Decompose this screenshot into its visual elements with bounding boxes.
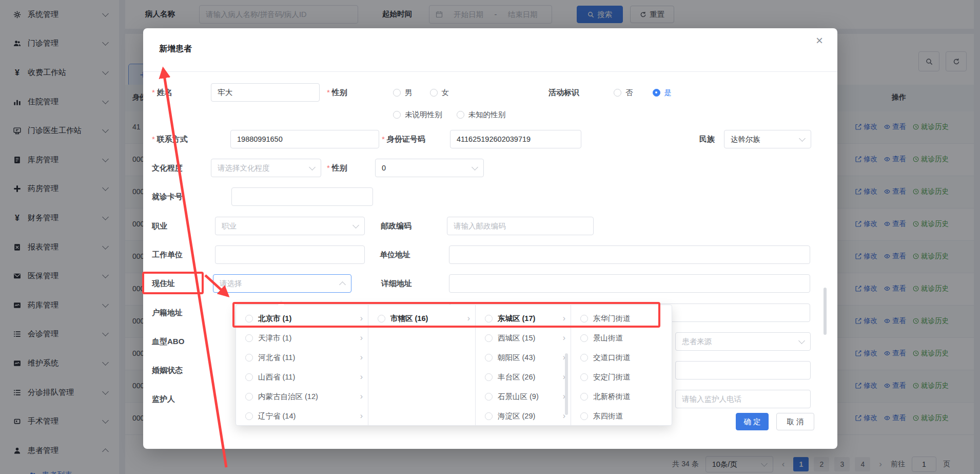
radio-gender-female[interactable]: 女 — [430, 88, 449, 98]
cascader-option[interactable]: 东城区 (17) › — [476, 309, 571, 328]
detail-address-label: 详细地址 — [381, 279, 412, 289]
cascader-option[interactable]: 东华门街道 — [571, 309, 672, 328]
cascader-option[interactable]: 辽宁省 (14) › — [236, 406, 368, 426]
radio-circle-icon — [614, 89, 621, 97]
patient-source-select[interactable]: 患者来源 — [675, 332, 811, 351]
scrollbar-thumb[interactable] — [565, 353, 568, 415]
modal-divider — [143, 71, 837, 72]
guardian-label: 监护人 — [152, 394, 175, 404]
ethnicity-label: 民族 — [699, 135, 715, 144]
chevron-right-icon: › — [360, 353, 363, 362]
radio-circle-icon — [457, 111, 464, 119]
radio-active-yes[interactable]: 是 — [653, 88, 672, 98]
modal-scrollbar-thumb[interactable] — [824, 288, 827, 335]
cascader-option[interactable]: 东四街道 — [571, 406, 672, 426]
cascader-province-column: 北京市 (1) › 天津市 (1) › 河北省 (11) › — [236, 305, 368, 425]
radio-active-no[interactable]: 否 — [614, 88, 633, 98]
marital-status-label: 婚姻状态 — [152, 366, 183, 375]
radio-circle-icon — [580, 373, 588, 381]
employer-input[interactable] — [215, 245, 365, 264]
current-address-cascader[interactable]: 请选择 — [213, 274, 351, 293]
cascader-option[interactable]: 内蒙古自治区 (12) › — [236, 387, 368, 406]
radio-circle-icon — [245, 354, 253, 362]
visit-card-input[interactable] — [231, 187, 373, 206]
employer-label: 工作单位 — [152, 250, 183, 260]
cascader-option[interactable]: 石景山区 (9) › — [476, 387, 571, 406]
chevron-right-icon: › — [360, 333, 363, 343]
radio-gender-male[interactable]: 男 — [393, 88, 413, 98]
id-number-label: 身份证号码 — [382, 135, 425, 144]
cascader-option[interactable]: 河北省 (11) › — [236, 348, 368, 367]
name-label: 姓名 — [152, 88, 172, 98]
chevron-down-icon — [352, 222, 359, 229]
radio-gender-unstated[interactable]: 未说明性别 — [393, 110, 442, 120]
cascader-option[interactable]: 北新桥街道 — [571, 387, 672, 406]
radio-circle-icon — [580, 315, 588, 323]
chevron-right-icon: › — [563, 314, 565, 323]
chevron-right-icon: › — [563, 333, 565, 343]
cascader-option[interactable]: 交道口街道 — [571, 348, 672, 367]
chevron-right-icon: › — [360, 392, 363, 401]
cascader-option[interactable]: 安定门街道 — [571, 367, 672, 387]
cascader-option[interactable]: 天津市 (1) › — [236, 328, 368, 348]
occupation-label: 职业 — [152, 221, 167, 231]
guardian-phone-input[interactable]: 请输入监护人电话 — [675, 390, 811, 408]
gender-code-label: 性别 — [327, 163, 347, 173]
cascader-option[interactable]: 西城区 (15) › — [476, 328, 571, 348]
ethnicity-select[interactable]: 达斡尔族 — [724, 130, 811, 148]
radio-circle-icon — [430, 89, 438, 97]
radio-circle-icon — [245, 412, 253, 420]
contact-input[interactable] — [230, 130, 379, 148]
radio-circle-icon — [485, 315, 493, 323]
cascader-street-column: 东华门街道 景山街道 交道口街道 安定门街道 — [571, 305, 672, 425]
active-flag-label: 活动标识 — [548, 88, 579, 98]
cascader-district-column: 东城区 (17) › 西城区 (15) › 朝阳区 (43) › — [476, 305, 571, 425]
radio-circle-icon — [378, 315, 385, 323]
address-cascader-panel: 北京市 (1) › 天津市 (1) › 河北省 (11) › — [236, 305, 672, 426]
radio-circle-icon — [393, 89, 401, 97]
radio-circle-icon — [485, 334, 493, 342]
radio-circle-icon — [580, 354, 588, 362]
modal-title: 新增患者 — [159, 44, 192, 54]
radio-circle-icon — [580, 412, 588, 420]
chevron-right-icon: › — [360, 411, 363, 421]
radio-circle-icon — [245, 393, 253, 401]
id-number-input[interactable] — [450, 130, 581, 148]
close-icon[interactable]: × — [816, 34, 823, 47]
radio-gender-unknown[interactable]: 未知的性别 — [457, 110, 506, 120]
chevron-down-icon — [309, 164, 316, 170]
chevron-right-icon: › — [360, 372, 363, 382]
postal-code-input[interactable]: 请输入邮政编码 — [447, 217, 594, 235]
cancel-button[interactable]: 取 消 — [776, 413, 814, 430]
name-input[interactable] — [211, 83, 320, 102]
radio-circle-icon — [245, 373, 253, 381]
cascader-option[interactable]: 朝阳区 (43) › — [476, 348, 571, 367]
radio-circle-icon — [485, 354, 493, 362]
chevron-down-icon — [472, 164, 478, 170]
employer-address-input[interactable] — [449, 245, 810, 264]
radio-circle-icon — [485, 393, 493, 401]
radio-circle-icon — [393, 111, 401, 119]
cascader-option[interactable]: 景山街道 — [571, 328, 672, 348]
gender-code-select[interactable]: 0 — [375, 159, 484, 177]
cascader-option[interactable]: 丰台区 (26) › — [476, 367, 571, 387]
chevron-down-icon — [799, 135, 806, 142]
chevron-right-icon: › — [360, 314, 363, 323]
cascader-option[interactable]: 市辖区 (16) › — [368, 309, 475, 328]
radio-circle-icon — [580, 334, 588, 342]
education-select[interactable]: 请选择文化程度 — [211, 159, 321, 177]
cascader-option[interactable]: 海淀区 (29) › — [476, 406, 571, 426]
contact-label: 联系方式 — [152, 135, 188, 144]
detail-address-input[interactable] — [449, 274, 810, 293]
radio-circle-icon — [245, 315, 253, 323]
visit-card-label: 就诊卡号 — [152, 192, 183, 202]
cascader-city-column: 市辖区 (16) › — [368, 305, 476, 425]
marital-right-input[interactable] — [675, 361, 811, 380]
chevron-down-icon — [798, 337, 805, 344]
confirm-button[interactable]: 确 定 — [736, 413, 769, 430]
occupation-select[interactable]: 职业 — [215, 217, 365, 235]
add-patient-modal: 新增患者 × 姓名 性别 男 女 活动标识 否 是 未说明性别 未知的性别 联系… — [143, 28, 837, 449]
cascader-option[interactable]: 山西省 (11) › — [236, 367, 368, 387]
radio-circle-icon — [485, 373, 493, 381]
cascader-option[interactable]: 北京市 (1) › — [236, 309, 368, 328]
